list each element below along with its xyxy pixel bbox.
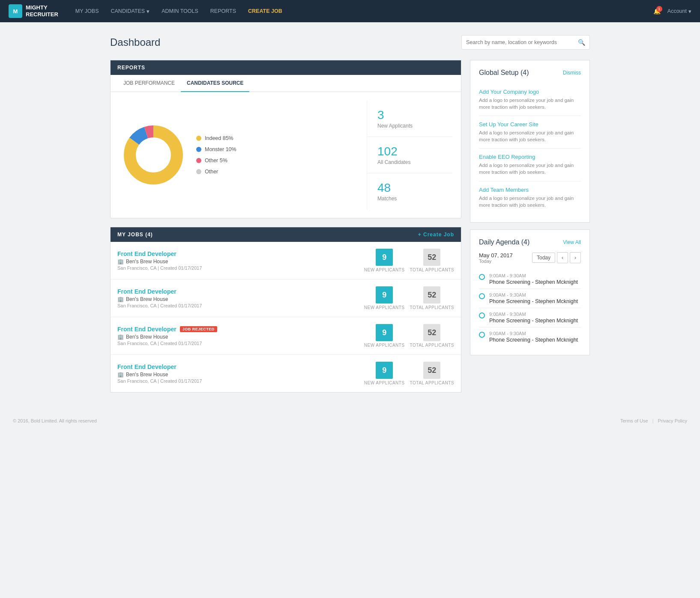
privacy-link[interactable]: Privacy Policy	[658, 418, 687, 423]
agenda-time: 9:00AM - 9:30AM	[489, 331, 578, 336]
main-layout: REPORTS JOB PERFORMANCE CANDIDATES SOURC…	[110, 60, 590, 393]
new-applicants-group: 9 NEW APPLICANTS	[364, 249, 405, 272]
total-applicants-group: 52 TOTAL APPLICANTS	[410, 286, 454, 310]
brand[interactable]: M MIGHTY RECRUITER	[9, 4, 58, 18]
create-job-button[interactable]: + Create Job	[418, 232, 454, 238]
new-applicants-count: 9	[376, 286, 393, 303]
new-applicants-count: 9	[376, 324, 393, 341]
global-setup-card: Global Setup (4) Dismiss Add Your Compan…	[470, 60, 590, 223]
jobs-header-title: MY JOBS (4)	[117, 232, 153, 238]
agenda-date-info: May 07, 2017 Today	[479, 252, 529, 264]
agenda-dot	[479, 293, 485, 299]
job-stats: 9 NEW APPLICANTS 52 TOTAL APPLICANTS	[364, 362, 454, 385]
stat-matches: 48 Matches	[367, 173, 452, 209]
legend-monster: Monster 10%	[196, 146, 236, 152]
setup-item-logo-title[interactable]: Add Your Company logo	[479, 89, 581, 95]
job-item: Front End Developer JOB REJECTED 🏢 Ben's…	[111, 317, 461, 355]
footer-separator: |	[652, 418, 654, 423]
prev-arrow[interactable]: ‹	[557, 252, 568, 263]
nav-create-job[interactable]: CREATE JOB	[248, 8, 282, 14]
chart-area: Indeed 85% Monster 10% Other 5%	[119, 101, 358, 209]
job-title[interactable]: Front End Developer	[117, 363, 357, 370]
new-applicants-group: 9 NEW APPLICANTS	[364, 324, 405, 348]
stat-all-candidates: 102 All Candidates	[367, 137, 452, 173]
account-menu[interactable]: Account ▾	[667, 8, 691, 15]
setup-item-career-title[interactable]: Set Up Your Career Site	[479, 121, 581, 128]
dismiss-button[interactable]: Dismiss	[563, 70, 581, 76]
nav-admin-tools[interactable]: ADMIN TOOLS	[162, 8, 198, 14]
reports-body: Indeed 85% Monster 10% Other 5%	[111, 92, 461, 218]
job-item: Front End Developer 🏢 Ben's Brew House S…	[111, 355, 461, 392]
legend-dot-other5	[196, 158, 201, 163]
reports-tabs: JOB PERFORMANCE CANDIDATES SOURCE	[111, 75, 461, 92]
total-applicants-label: TOTAL APPLICANTS	[410, 305, 454, 310]
total-applicants-count: 52	[423, 286, 440, 303]
agenda-time: 9:00AM - 9:30AM	[489, 312, 578, 317]
agenda-event: Phone Screening - Stephen Mcknight	[489, 298, 578, 304]
nav-my-jobs[interactable]: MY JOBS	[75, 8, 99, 14]
agenda-event-info: 9:00AM - 9:30AM Phone Screening - Stephe…	[489, 331, 578, 343]
setup-item-eeo-desc: Add a logo to personalize your job and g…	[479, 162, 581, 176]
job-info: Front End Developer JOB REJECTED 🏢 Ben's…	[117, 326, 357, 346]
stat-label-all: All Candidates	[377, 159, 442, 165]
today-button[interactable]: Today	[532, 253, 555, 263]
agenda-today-label: Today	[479, 259, 529, 264]
chevron-down-icon: ▾	[688, 8, 691, 15]
svg-point-4	[137, 139, 170, 171]
setup-item-logo-desc: Add a logo to personalize your job and g…	[479, 97, 581, 110]
building-icon: 🏢	[117, 296, 124, 302]
nav-reports[interactable]: REPORTS	[210, 8, 236, 14]
agenda-event: Phone Screening - Stephen Mcknight	[489, 318, 578, 324]
agenda-time: 9:00AM - 9:30AM	[489, 273, 578, 278]
stat-label-matches: Matches	[377, 196, 442, 202]
setup-item-team-title[interactable]: Add Team Members	[479, 187, 581, 193]
job-company: 🏢 Ben's Brew House	[117, 334, 357, 340]
nav-right: 🔔 1 Account ▾	[653, 8, 691, 15]
setup-item-eeo-title[interactable]: Enable EEO Reporting	[479, 154, 581, 160]
footer: © 2016, Bold Limited. All rights reserve…	[0, 405, 700, 436]
tab-job-performance[interactable]: JOB PERFORMANCE	[117, 75, 181, 92]
next-arrow[interactable]: ›	[570, 252, 581, 263]
stat-number-all: 102	[377, 145, 442, 158]
search-icon[interactable]: 🔍	[578, 39, 585, 46]
new-applicants-group: 9 NEW APPLICANTS	[364, 362, 405, 385]
footer-copyright: © 2016, Bold Limited. All rights reserve…	[13, 418, 97, 423]
donut-chart	[119, 121, 188, 189]
job-title[interactable]: Front End Developer	[117, 288, 357, 295]
view-all-button[interactable]: View All	[563, 239, 581, 245]
total-applicants-count: 52	[423, 362, 440, 379]
agenda-item: 9:00AM - 9:30AM Phone Screening - Stephe…	[479, 270, 581, 289]
notifications-bell[interactable]: 🔔 1	[653, 8, 661, 15]
terms-link[interactable]: Terms of Use	[620, 418, 648, 423]
new-applicants-group: 9 NEW APPLICANTS	[364, 286, 405, 310]
building-icon: 🏢	[117, 259, 124, 265]
navbar: M MIGHTY RECRUITER MY JOBS CANDIDATES ▾ …	[0, 0, 700, 22]
total-applicants-group: 52 TOTAL APPLICANTS	[410, 324, 454, 348]
agenda-header: Daily Agenda (4) View All	[479, 238, 581, 246]
chart-legend: Indeed 85% Monster 10% Other 5%	[196, 135, 236, 175]
job-company: 🏢 Ben's Brew House	[117, 259, 357, 265]
setup-item-career-desc: Add a logo to personalize your job and g…	[479, 129, 581, 143]
agenda-date: May 07, 2017	[479, 252, 529, 259]
agenda-dot	[479, 332, 485, 338]
agenda-dot	[479, 312, 485, 318]
job-info: Front End Developer 🏢 Ben's Brew House S…	[117, 363, 357, 384]
nav-candidates[interactable]: CANDIDATES ▾	[111, 8, 150, 15]
new-applicants-count: 9	[376, 362, 393, 379]
stat-number-new: 3	[377, 108, 442, 122]
tab-candidates-source[interactable]: CANDIDATES SOURCE	[181, 75, 249, 92]
search-input[interactable]	[466, 39, 578, 45]
daily-agenda-card: Daily Agenda (4) View All May 07, 2017 T…	[470, 229, 590, 355]
job-title[interactable]: Front End Developer	[117, 250, 357, 257]
new-applicants-label: NEW APPLICANTS	[364, 305, 405, 310]
global-setup-header: Global Setup (4) Dismiss	[479, 69, 581, 77]
job-title[interactable]: Front End Developer JOB REJECTED	[117, 326, 357, 333]
agenda-item: 9:00AM - 9:30AM Phone Screening - Stephe…	[479, 308, 581, 327]
job-company: 🏢 Ben's Brew House	[117, 372, 357, 378]
global-setup-title: Global Setup (4)	[479, 69, 529, 77]
total-applicants-label: TOTAL APPLICANTS	[410, 381, 454, 385]
stat-number-matches: 48	[377, 181, 442, 195]
job-item: Front End Developer 🏢 Ben's Brew House S…	[111, 280, 461, 317]
brand-logo: M	[9, 4, 22, 18]
job-company: 🏢 Ben's Brew House	[117, 296, 357, 302]
